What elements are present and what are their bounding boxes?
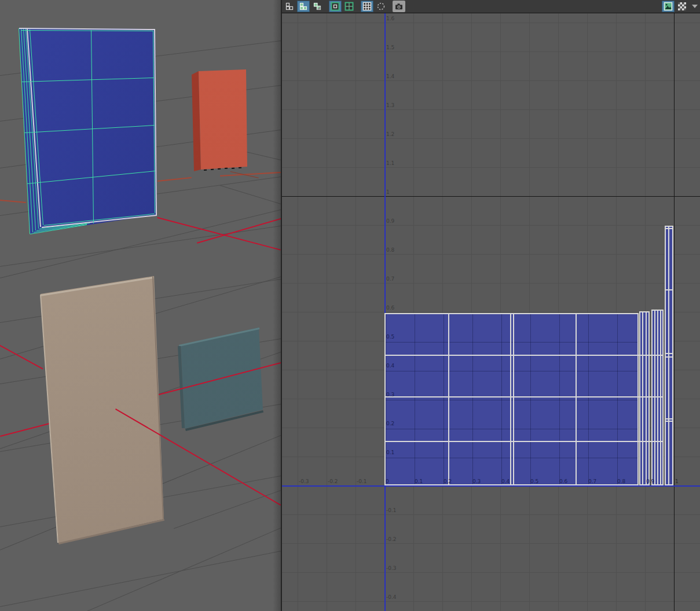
uv-toolbar [282, 0, 700, 13]
uv-mesh-edge [513, 313, 514, 485]
layout-quad-icon [285, 2, 294, 11]
axis-tick-label: 0.2 [386, 421, 394, 426]
uv-mesh-edge [642, 311, 643, 485]
layout-split-button[interactable] [311, 1, 324, 12]
axis-tick-label: -0.1 [386, 507, 397, 513]
uv-mesh-edge [665, 356, 673, 358]
axis-tick-label: 0.7 [588, 479, 596, 484]
layout-panels-button[interactable] [297, 1, 310, 12]
axis-tick-label: 0.7 [386, 276, 394, 282]
uv-mesh-edge [665, 353, 673, 354]
axis-tick-label: 0.5 [530, 479, 538, 484]
dashed-circle-button[interactable] [375, 1, 387, 12]
axis-tick-label: -0.4 [386, 594, 397, 600]
uv-mesh-edge [654, 310, 655, 485]
uv-y-axis [384, 13, 386, 611]
hidden-edge-dash [225, 168, 228, 169]
axis-tick-label: -0.2 [386, 536, 397, 542]
uv-mesh-edge [660, 310, 661, 485]
uv-grid-button[interactable] [361, 1, 373, 12]
uv-mesh-edge [665, 228, 673, 229]
axis-tick-label: 0.6 [386, 305, 394, 311]
axis-tick-label: 0 [386, 479, 389, 484]
world-axis-line [0, 423, 49, 437]
uv-mesh-edge [384, 396, 664, 397]
uv-mesh-edge [384, 355, 664, 356]
uv-mesh-edge [510, 313, 511, 485]
uv-unit-line-v1 [282, 196, 700, 197]
uv-island-block-group-a[interactable] [639, 311, 650, 485]
axis-tick-label: 0.2 [444, 479, 452, 484]
uv-mesh-edge [665, 421, 673, 422]
axis-tick-label: 0.4 [501, 479, 510, 484]
ground-grid-line [87, 528, 281, 611]
axis-tick-label: 0.8 [386, 247, 394, 253]
hidden-edge-dash [232, 167, 234, 168]
hidden-edge-dash [218, 168, 221, 170]
axis-tick-label: -0.1 [357, 479, 367, 484]
axis-tick-label: 0.1 [386, 450, 394, 455]
axis-tick-label: -0.3 [299, 479, 309, 484]
ground-grid-line [220, 185, 281, 204]
uv-x-axis [282, 485, 700, 487]
picture-icon [664, 2, 673, 11]
axis-tick-label: 0.8 [617, 479, 625, 484]
layout-quad-green-icon [299, 2, 308, 11]
uv-minor-grid [282, 13, 700, 611]
uv-mesh-edge [657, 310, 658, 485]
uv-mesh-edge [448, 313, 449, 485]
axis-tick-label: 1.4 [386, 73, 394, 79]
uv-mesh-edge [384, 441, 664, 442]
world-axis-line [157, 217, 281, 251]
axis-tick-label: 0.3 [472, 479, 481, 484]
axis-tick-label: 0.5 [386, 334, 394, 340]
axis-tick-label: 0.3 [386, 392, 394, 397]
uv-mesh-edge [665, 289, 673, 290]
uv-mesh-edge [668, 226, 669, 485]
uv-border-button[interactable] [329, 1, 342, 12]
ground-grid-line [0, 551, 281, 607]
show-texture-button[interactable] [662, 1, 675, 12]
perspective-viewport[interactable] [0, 0, 281, 611]
viewport-edge-shading [273, 0, 281, 611]
view-options-dropdown[interactable] [692, 5, 698, 8]
border-frame-icon [331, 2, 340, 11]
hidden-edge-dash [211, 169, 214, 170]
axis-tick-label: 1.6 [386, 16, 394, 21]
hidden-edge-dash [204, 169, 207, 170]
dashed-circle-icon [376, 2, 386, 11]
uv-toolbar-right-group [662, 0, 698, 13]
world-axis-line [157, 177, 192, 182]
axis-tick-label: 1 [675, 479, 679, 484]
axis-tick-label: 1.1 [386, 160, 394, 166]
uv-mesh-edge [646, 311, 647, 485]
axis-tick-label: 0.9 [386, 218, 394, 224]
axis-tick-label: -0.3 [386, 565, 397, 571]
checkerboard-icon [677, 2, 687, 11]
axis-tick-label: 1.2 [386, 131, 394, 137]
axis-tick-label: 0.6 [559, 479, 567, 484]
axis-tick-label: 1.3 [386, 102, 394, 108]
grid-3x3-icon [362, 2, 372, 11]
uv-mesh-edge [665, 418, 673, 419]
application-window: -0.3-0.2-0.10.10.20.30.40.50.60.70.80.91… [0, 0, 700, 611]
quad-cells-icon [344, 2, 354, 11]
axis-tick-label: 1 [386, 189, 390, 195]
layout-quad-button[interactable] [283, 1, 296, 12]
camera-button[interactable] [393, 1, 405, 12]
layout-split-icon [313, 2, 322, 11]
uv-unit-line-u1 [674, 13, 675, 611]
camera-icon [394, 2, 404, 11]
uv-cells-button[interactable] [343, 1, 356, 12]
axis-tick-label: 0.9 [646, 479, 654, 484]
axis-tick-label: -0.2 [328, 479, 338, 484]
world-axis-line [0, 200, 26, 203]
uv-island-block-main[interactable] [384, 313, 639, 485]
hidden-edge-dash [239, 167, 241, 168]
uv-editor-viewport: -0.3-0.2-0.10.10.20.30.40.50.60.70.80.91… [282, 0, 700, 611]
checkerboard-button[interactable] [676, 1, 688, 12]
axis-tick-label: 1.5 [386, 45, 394, 50]
axis-tick-label: 0.4 [386, 363, 394, 369]
uv-canvas[interactable]: -0.3-0.2-0.10.10.20.30.40.50.60.70.80.91… [282, 13, 700, 611]
axis-tick-label: 0.1 [415, 479, 423, 484]
